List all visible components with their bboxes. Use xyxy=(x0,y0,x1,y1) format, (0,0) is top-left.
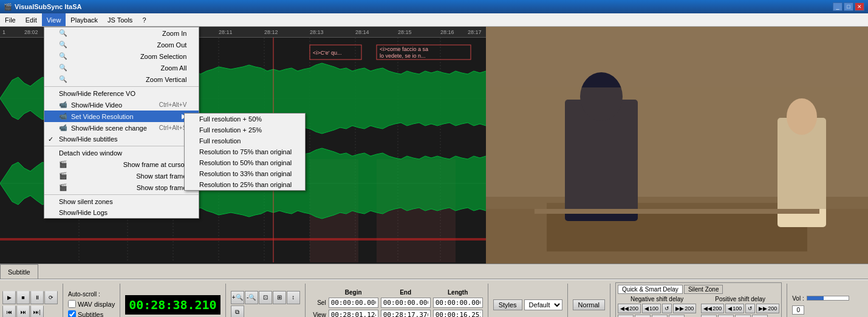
neg-10b-btn[interactable]: ▶ 10 xyxy=(669,315,685,317)
menu-playback[interactable]: Playback xyxy=(66,13,103,26)
tc-length-label: Length xyxy=(433,289,483,296)
res-full[interactable]: Full resolution xyxy=(185,135,305,146)
delay-tab-silent[interactable]: Silent Zone xyxy=(684,285,723,294)
vm-show-hide-ref[interactable]: Show/Hide Reference VO xyxy=(44,88,199,99)
menu-help[interactable]: ? xyxy=(137,13,151,26)
pause-button[interactable]: ⏸ xyxy=(30,291,44,304)
view-dropdown-menu: 🔍 Zoom In 🔍 Zoom Out 🔍 Zoom Selection 🔍 … xyxy=(44,27,199,219)
view-end-input[interactable] xyxy=(381,310,431,317)
wav-display-label: WAV display xyxy=(78,301,115,308)
sel-begin-input[interactable] xyxy=(329,298,378,308)
divider-4 xyxy=(305,284,306,318)
skip-end-button[interactable]: ⏭| xyxy=(30,305,44,318)
res-25[interactable]: Resolution to 25% than original xyxy=(185,179,305,190)
sel-length-input[interactable] xyxy=(433,298,483,308)
vm-zoom-out-icon: 🔍 xyxy=(59,41,67,49)
divider-5 xyxy=(488,284,488,318)
vm-show-frame-cursor[interactable]: 🎬 Show frame at cursor xyxy=(44,158,199,170)
view-begin-input[interactable] xyxy=(329,310,378,317)
minimize-button[interactable]: _ xyxy=(833,2,842,11)
zoom-vert-btn[interactable]: ↕ xyxy=(287,291,300,304)
timecode-header: Begin End Length xyxy=(310,289,483,296)
view-length-input[interactable] xyxy=(433,310,483,317)
time-marker-10: 28:17 xyxy=(468,29,482,35)
neg-50-btn[interactable]: ◀ 50 xyxy=(618,315,634,317)
page-counter-input[interactable] xyxy=(792,305,804,315)
zoom-all-btn[interactable]: ⊞ xyxy=(273,291,286,304)
close-button[interactable]: ✕ xyxy=(855,2,864,11)
transport-controls: ▶ ■ ⏸ ⟳ ⏮ ⏭ ⏭| xyxy=(2,291,58,318)
menu-file[interactable]: File xyxy=(0,13,21,26)
positive-delay-label: Positive shift delay xyxy=(701,296,779,302)
style-select[interactable]: Default xyxy=(524,299,562,310)
vol-slider[interactable] xyxy=(807,296,849,301)
vm-show-silent-zones[interactable]: Show silent zones xyxy=(44,196,199,207)
res-75[interactable]: Resolution to 75% than original xyxy=(185,146,305,157)
autoscroll-label: Auto-scroll : xyxy=(68,291,115,298)
vm-zoom-all[interactable]: 🔍 Zoom All xyxy=(44,62,199,73)
pos-200-btn[interactable]: ◀◀ 200 xyxy=(701,304,724,313)
vm-detach-video[interactable]: Detach video window xyxy=(44,148,199,158)
pos-100-btn[interactable]: ◀ 100 xyxy=(725,304,744,313)
neg-10-btn[interactable]: ◀ 10 xyxy=(635,315,651,317)
res-33[interactable]: Resolution to 33% than original xyxy=(185,168,305,179)
resolution-submenu: Full resolution + 50% Full resolution + … xyxy=(184,113,306,191)
menu-edit[interactable]: Edit xyxy=(21,13,42,26)
subtitles-checkbox[interactable] xyxy=(68,310,76,317)
styles-button[interactable]: Styles xyxy=(493,299,522,310)
neg-200-btn[interactable]: ◀◀ 200 xyxy=(618,304,641,313)
vm-zoom-vertical[interactable]: 🔍 Zoom Vertical xyxy=(44,73,199,85)
vm-show-hide-logs[interactable]: Show/Hide Logs xyxy=(44,207,199,218)
vm-zoom-in[interactable]: 🔍 Zoom In xyxy=(44,27,199,39)
vm-start-icon: 🎬 xyxy=(59,172,67,180)
zoom-in-btn[interactable]: +🔍 xyxy=(231,291,244,304)
vm-show-stop-frame[interactable]: 🎬 Show stop frame xyxy=(44,182,199,193)
vm-set-video-res[interactable]: 📹 Set Video Resolution ▶ xyxy=(44,111,199,122)
wav-display-checkbox[interactable] xyxy=(68,300,76,308)
neg-50b-btn[interactable]: ▶ 50 xyxy=(652,315,668,317)
vol-row: Vol : xyxy=(792,295,849,302)
res-full-50[interactable]: Full resolution + 50% xyxy=(185,114,305,124)
vol-label: Vol : xyxy=(792,295,804,302)
titlebar-buttons: _ □ ✕ xyxy=(833,2,864,11)
time-display: 00:28:38.210 xyxy=(125,295,220,315)
svg-text:lo vedete, se io n...: lo vedete, se io n... xyxy=(380,53,426,59)
time-marker-9: 28:16 xyxy=(440,29,454,35)
vm-zoom-selection[interactable]: 🔍 Zoom Selection xyxy=(44,50,199,62)
pos-10b-btn[interactable]: ▶ 10 xyxy=(752,315,768,317)
next-button[interactable]: ⏭ xyxy=(16,305,30,318)
vm-show-start-frame[interactable]: 🎬 Show start frame xyxy=(44,170,199,182)
pos-50b-btn[interactable]: ▶ 50 xyxy=(735,315,751,317)
menu-view[interactable]: View xyxy=(42,13,66,26)
res-full-25[interactable]: Full resolution + 25% xyxy=(185,124,305,135)
vm-show-hide-subs[interactable]: ✓ Show/Hide subtitles xyxy=(44,134,199,145)
res-50[interactable]: Resolution to 50% than original xyxy=(185,157,305,168)
menu-jstools[interactable]: JS Tools xyxy=(103,13,137,26)
svg-text:<i>C'e' qu...: <i>C'e' qu... xyxy=(313,50,341,56)
vm-show-hide-video[interactable]: 📹 Show/Hide Video Ctrl+Alt+V xyxy=(44,99,199,111)
play-button[interactable]: ▶ xyxy=(2,291,16,304)
pos-200b-btn[interactable]: ▶▶ 200 xyxy=(756,304,779,313)
neg-200b-btn[interactable]: ▶▶ 200 xyxy=(673,304,696,313)
pos-50-btn[interactable]: ◀ 50 xyxy=(701,315,717,317)
prev-button[interactable]: ⏮ xyxy=(2,305,16,318)
zoom-out-btn[interactable]: -🔍 xyxy=(245,291,258,304)
copy-btn[interactable]: ⧉ xyxy=(231,305,244,318)
video-area xyxy=(486,27,868,264)
delay-tab-smart[interactable]: Quick & Smart Delay xyxy=(618,285,683,294)
pos-undo-btn[interactable]: ↺ xyxy=(745,304,755,313)
neg-undo-btn[interactable]: ↺ xyxy=(662,304,672,313)
maximize-button[interactable]: □ xyxy=(844,2,853,11)
pos-10-btn[interactable]: ◀ 10 xyxy=(718,315,734,317)
vm-show-hide-scene[interactable]: 📹 Show/Hide scene change Ctrl+Alt+S xyxy=(44,122,199,134)
stop-button[interactable]: ■ xyxy=(16,291,30,304)
vm-zoom-out[interactable]: 🔍 Zoom Out xyxy=(44,39,199,50)
sel-end-input[interactable] xyxy=(381,298,431,308)
zoom-sel-btn[interactable]: ⊡ xyxy=(259,291,272,304)
loop-button[interactable]: ⟳ xyxy=(44,291,58,304)
sel-row: Sel xyxy=(310,298,483,308)
zoom-section: +🔍 -🔍 ⊡ ⊞ ↕ ⧉ xyxy=(231,291,300,318)
neg-100-btn[interactable]: ◀ 100 xyxy=(642,304,661,313)
normal-button[interactable]: Normal xyxy=(573,299,605,310)
subtitle-tab[interactable]: Subtitle xyxy=(0,264,38,279)
